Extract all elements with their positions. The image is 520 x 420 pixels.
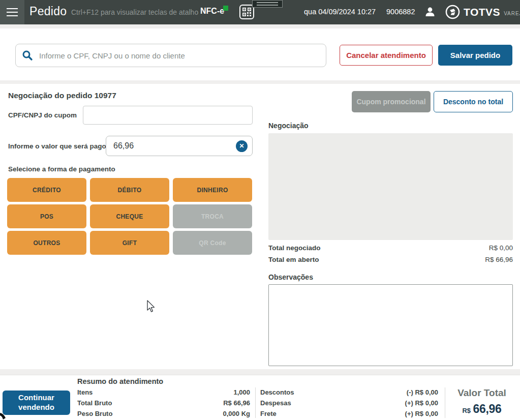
summary-row-itens: Itens 1,000 xyxy=(77,388,250,396)
terminal-number: 9006882 xyxy=(386,8,415,16)
frete-value: (+) R$ 0,00 xyxy=(405,410,438,417)
totvs-mark-icon xyxy=(445,5,460,19)
customer-search-box xyxy=(15,44,326,67)
grand-total-label: Valor Total xyxy=(450,387,513,399)
summary-row-peso-bruto: Peso Bruto 0,000 Kg xyxy=(77,410,250,417)
itens-value: 1,000 xyxy=(233,388,250,396)
payment-method-pos[interactable]: POS xyxy=(7,204,86,228)
descontos-value: (-) R$ 0,00 xyxy=(407,388,438,396)
summary-title: Resumo do atendimento xyxy=(77,377,163,385)
grand-total-value: R$ 66,96 xyxy=(450,402,513,416)
save-order-button[interactable]: Salvar pedido xyxy=(438,45,512,66)
summary-row-despesas: Despesas (+) R$ 0,00 xyxy=(260,399,438,407)
payment-method-gift[interactable]: GIFT xyxy=(90,231,169,255)
total-negotiated-value: R$ 0,00 xyxy=(489,244,513,252)
top-bar: Pedido Ctrl+F12 para visualizar teclas d… xyxy=(0,0,520,24)
customer-search-input[interactable] xyxy=(38,51,320,61)
footer-divider xyxy=(445,387,445,418)
nfce-status-label: NFC-e xyxy=(200,7,224,16)
payment-method-troca: TROCA xyxy=(173,204,252,228)
negotiation-panel-label: Negociação xyxy=(268,122,309,130)
payment-methods-grid: CRÉDITO DÉBITO DINHEIRO POS CHEQUE TROCA… xyxy=(7,178,253,255)
total-negotiated-row: Total negociado R$ 0,00 xyxy=(268,244,513,252)
menu-icon[interactable] xyxy=(0,0,24,24)
mini-window xyxy=(252,0,283,8)
grand-total-number: 66,96 xyxy=(473,402,502,415)
amount-field: ✕ xyxy=(106,136,253,156)
cancel-attendance-button[interactable]: Cancelar atendimento xyxy=(340,45,433,66)
negotiation-card: Negociação do pedido 10977 CPF/CNPJ do c… xyxy=(0,84,520,369)
negotiation-title: Negociação do pedido 10977 xyxy=(8,91,116,100)
user-icon[interactable] xyxy=(423,5,437,19)
observations-textarea[interactable] xyxy=(268,284,513,366)
payment-method-dinheiro[interactable]: DINHEIRO xyxy=(173,178,252,202)
total-bruto-label: Total Bruto xyxy=(77,399,112,407)
clear-amount-icon[interactable]: ✕ xyxy=(236,140,248,152)
observations-label: Observações xyxy=(268,273,313,281)
payment-section-label: Selecione a forma de pagamento xyxy=(8,165,115,173)
despesas-value: (+) R$ 0,00 xyxy=(405,399,438,407)
payment-method-debito[interactable]: DÉBITO xyxy=(90,178,169,202)
total-open-value: R$ 66,96 xyxy=(485,256,513,263)
nfce-status-dot-icon xyxy=(223,6,228,11)
frete-label: Frete xyxy=(260,410,277,417)
amount-label: Informe o valor que será pago xyxy=(8,142,106,150)
coupon-cpf-label: CPF/CNPJ do cupom xyxy=(8,111,77,119)
summary-row-frete: Frete (+) R$ 0,00 xyxy=(260,410,438,417)
total-discount-button[interactable]: Desconto no total xyxy=(434,91,513,112)
brand-segment: VAREJO xyxy=(504,8,520,16)
grand-total-currency: R$ xyxy=(462,407,471,414)
promo-coupon-button: Cupom promocional xyxy=(352,91,431,112)
payment-method-outros[interactable]: OUTROS xyxy=(7,231,86,255)
summary-row-descontos: Descontos (-) R$ 0,00 xyxy=(260,388,438,396)
total-open-row: Total em aberto R$ 66,96 xyxy=(268,256,513,263)
shortcut-hint: Ctrl+F12 para visualizar teclas de atalh… xyxy=(71,8,198,16)
itens-label: Itens xyxy=(77,388,93,396)
peso-bruto-label: Peso Bruto xyxy=(77,410,112,417)
brand-name: TOTVS xyxy=(464,6,500,18)
peso-bruto-value: 0,000 Kg xyxy=(223,410,250,417)
payment-method-cheque[interactable]: CHEQUE xyxy=(90,204,169,228)
pos-order-screen: Pedido Ctrl+F12 para visualizar teclas d… xyxy=(0,0,520,420)
summary-row-total-bruto: Total Bruto R$ 66,96 xyxy=(77,399,250,407)
continue-selling-button[interactable]: Continuar vendendo xyxy=(3,391,70,415)
total-bruto-value: R$ 66,96 xyxy=(223,399,250,407)
footer-divider xyxy=(255,387,256,418)
qr-glyph xyxy=(242,8,251,16)
total-open-label: Total em aberto xyxy=(268,256,319,263)
customer-search-card: Cancelar atendimento Salvar pedido xyxy=(0,28,520,80)
datetime-label: qua 04/09/2024 10:27 xyxy=(304,8,376,16)
negotiation-panel xyxy=(268,133,513,240)
descontos-label: Descontos xyxy=(260,388,294,396)
summary-footer: Continuar vendendo Resumo do atendimento… xyxy=(0,375,520,420)
payment-method-qrcode: QR Code xyxy=(173,231,252,255)
amount-input[interactable] xyxy=(112,141,236,151)
despesas-label: Despesas xyxy=(260,399,291,407)
total-negotiated-label: Total negociado xyxy=(268,244,321,252)
search-icon xyxy=(22,50,33,61)
coupon-cpf-input[interactable] xyxy=(83,106,253,125)
totvs-logo: TOTVS VAREJO xyxy=(445,5,520,19)
payment-method-credito[interactable]: CRÉDITO xyxy=(7,178,86,202)
page-title: Pedido xyxy=(29,5,67,18)
